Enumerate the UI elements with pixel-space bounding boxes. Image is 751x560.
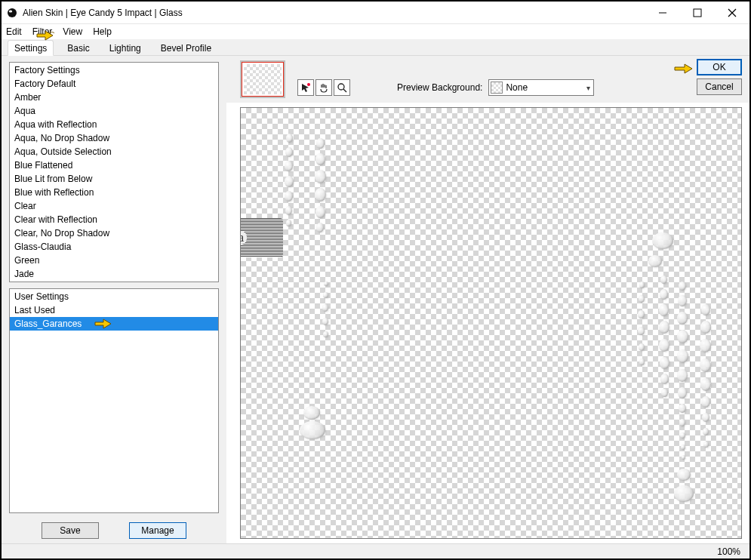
pointer-tool-icon[interactable]: [297, 79, 314, 96]
menu-help[interactable]: Help: [93, 26, 112, 37]
none-swatch-icon: [491, 82, 503, 94]
list-item[interactable]: Aqua, Outside Selection: [10, 145, 218, 158]
user-settings-header: User Settings: [10, 289, 218, 303]
settings-pane: Factory Settings Factory Default Amber A…: [2, 56, 226, 543]
zoom-tool-icon[interactable]: [334, 79, 350, 96]
pointer-hand-icon: [673, 59, 695, 75]
cancel-button[interactable]: Cancel: [697, 78, 742, 95]
list-item[interactable]: Clear: [10, 199, 218, 213]
menubar: Edit Filter View Help: [2, 24, 749, 39]
tabbar: Settings Basic Lighting Bevel Profile: [2, 39, 749, 56]
thumbnail-frame[interactable]: [240, 60, 285, 98]
content-area: Factory Settings Factory Default Amber A…: [2, 56, 749, 543]
list-item[interactable]: Aqua: [10, 104, 218, 118]
close-button[interactable]: [715, 2, 749, 24]
list-item[interactable]: Green: [10, 254, 218, 267]
list-item[interactable]: Aqua, No Drop Shadow: [10, 131, 218, 145]
svg-point-7: [338, 84, 344, 90]
list-item[interactable]: Glass-Claudia: [10, 240, 218, 254]
statusbar: 100%: [2, 543, 749, 558]
window-title: Alien Skin | Eye Candy 5 Impact | Glass: [23, 8, 183, 18]
tab-lighting[interactable]: Lighting: [103, 41, 147, 55]
app-icon: [6, 7, 18, 19]
tab-basic[interactable]: Basic: [61, 41, 95, 55]
save-button[interactable]: Save: [42, 522, 99, 539]
chevron-down-icon: ▾: [586, 84, 590, 92]
tab-settings[interactable]: Settings: [8, 40, 54, 56]
hand-tool-icon[interactable]: [315, 79, 332, 96]
preview-background-select[interactable]: None ▾: [488, 79, 594, 96]
user-settings-list[interactable]: User Settings Last Used Glass_Garances: [9, 288, 219, 513]
list-item-selected[interactable]: Glass_Garances: [10, 317, 218, 331]
svg-rect-3: [694, 9, 701, 17]
list-item[interactable]: Blue with Reflection: [10, 186, 218, 199]
menu-view[interactable]: View: [63, 26, 82, 37]
manage-button[interactable]: Manage: [129, 522, 186, 539]
zoom-level: 100%: [717, 546, 740, 557]
svg-point-1: [9, 10, 12, 12]
list-item[interactable]: Jade: [10, 267, 218, 281]
menu-filter[interactable]: Filter: [32, 26, 53, 37]
minimize-button[interactable]: [645, 2, 680, 24]
titlebar: Alien Skin | Eye Candy 5 Impact | Glass: [2, 2, 749, 24]
preview-controls: Preview Background: None ▾ OK Cancel: [226, 56, 749, 103]
tab-bevel-profile[interactable]: Bevel Profile: [155, 41, 217, 55]
svg-line-8: [343, 89, 346, 92]
svg-point-6: [307, 83, 310, 86]
maximize-button[interactable]: [680, 2, 715, 24]
list-item[interactable]: Clear, No Drop Shadow: [10, 226, 218, 240]
list-item[interactable]: Blue Flattened: [10, 158, 218, 172]
preview-tools: [297, 79, 350, 96]
list-item[interactable]: Clear with Reflection: [10, 213, 218, 226]
factory-settings-header: Factory Settings: [10, 63, 218, 77]
factory-settings-list[interactable]: Factory Settings Factory Default Amber A…: [9, 62, 219, 282]
list-item[interactable]: Blue Lit from Below: [10, 172, 218, 186]
preview-canvas[interactable]: claudia: [240, 107, 742, 539]
ok-button[interactable]: OK: [697, 59, 742, 75]
settings-buttons: Save Manage: [9, 519, 219, 540]
list-item[interactable]: Aqua with Reflection: [10, 118, 218, 131]
watermark-badge: claudia: [240, 218, 283, 257]
preview-pane: Preview Background: None ▾ OK Cancel cla…: [226, 56, 749, 543]
list-item[interactable]: Amber: [10, 91, 218, 104]
svg-point-0: [8, 8, 17, 17]
list-item[interactable]: Factory Default: [10, 77, 218, 91]
preview-background-value: None: [506, 82, 585, 93]
preview-background-label: Preview Background:: [397, 82, 482, 93]
menu-edit[interactable]: Edit: [6, 26, 22, 37]
list-item[interactable]: Last Used: [10, 303, 218, 317]
